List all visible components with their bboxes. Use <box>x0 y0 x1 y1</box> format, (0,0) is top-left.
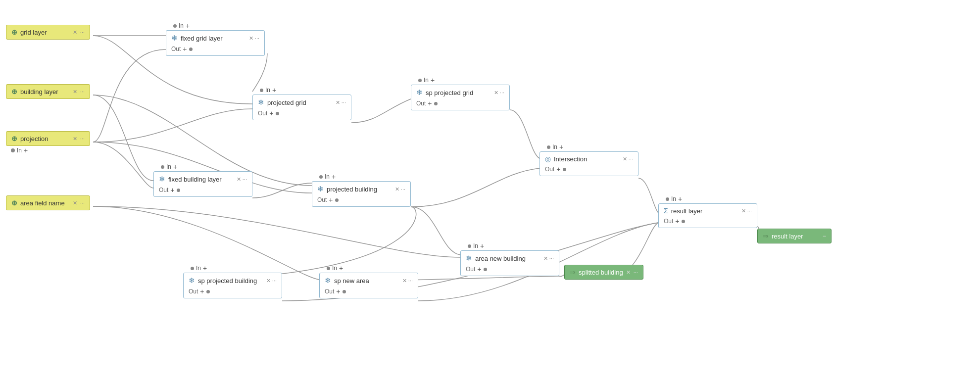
in-label: In <box>179 22 184 29</box>
out-port-dot <box>434 102 438 105</box>
more-icon[interactable]: ··· <box>549 256 554 261</box>
in-port-dot <box>547 145 550 149</box>
in-label: In <box>265 87 270 94</box>
more-icon[interactable]: ··· <box>408 278 413 284</box>
close-icon[interactable]: ✕ <box>741 208 746 214</box>
node-projected-grid: In + ❄ projected grid ✕ ··· Out + <box>252 87 351 120</box>
snowflake-icon: ❄ <box>325 276 331 285</box>
out-port-dot <box>189 48 193 51</box>
port-plus[interactable]: + <box>24 147 28 154</box>
in-label: In <box>671 195 676 202</box>
node-sp-projected-grid: In + ❄ sp projected grid ✕ ··· Out + <box>411 77 510 110</box>
port-plus[interactable]: + <box>480 242 484 249</box>
out-label: Out <box>416 100 426 107</box>
more-icon[interactable]: ··· <box>243 177 247 182</box>
more-icon[interactable]: ··· <box>634 270 638 275</box>
sigma-icon: Σ <box>664 207 668 215</box>
port-plus[interactable]: + <box>269 110 273 117</box>
more-icon[interactable]: ··· <box>500 90 504 96</box>
in-port-dot <box>191 267 194 270</box>
close-icon[interactable]: ✕ <box>395 187 399 192</box>
port-plus[interactable]: + <box>329 196 333 203</box>
in-port-dot <box>418 79 422 82</box>
out-port-dot <box>335 198 339 202</box>
connections-svg: .conn { fill: none; stroke: #999; stroke… <box>0 0 980 382</box>
port-plus[interactable]: + <box>477 266 481 273</box>
area-field-name-label: area field name <box>20 199 70 207</box>
port-plus[interactable]: + <box>339 265 343 272</box>
port-plus[interactable]: + <box>200 288 204 295</box>
close-icon[interactable]: ✕ <box>73 200 77 206</box>
snowflake-icon: ❄ <box>466 254 472 263</box>
snowflake-icon: ❄ <box>317 185 324 193</box>
port-plus[interactable]: + <box>170 187 174 193</box>
in-label: In <box>325 173 330 180</box>
minus-icon[interactable]: − <box>823 233 826 239</box>
out-label: Out <box>189 288 198 295</box>
cross-plus-icon: ⊕ <box>11 88 17 96</box>
node-intersection: In + ◎ Intersection ✕ ··· Out + <box>539 143 638 176</box>
port-plus[interactable]: + <box>431 77 435 84</box>
close-icon[interactable]: ✕ <box>494 90 498 96</box>
close-icon[interactable]: ✕ <box>626 270 631 275</box>
in-port-dot <box>666 197 669 201</box>
close-icon[interactable]: ✕ <box>237 177 241 182</box>
more-icon[interactable]: ··· <box>272 278 277 284</box>
node-projected-building: In + ❄ projected building ✕ ··· Out + <box>312 173 411 207</box>
more-icon[interactable]: ··· <box>80 89 85 95</box>
port-plus[interactable]: + <box>336 288 340 295</box>
port-plus[interactable]: + <box>332 173 336 180</box>
node-sp-projected-building: In + ❄ sp projected building ✕ ··· Out + <box>183 265 282 298</box>
close-icon[interactable]: ✕ <box>336 100 340 105</box>
more-icon[interactable]: ··· <box>747 208 752 214</box>
port-plus[interactable]: + <box>675 218 679 225</box>
area-new-building-title: area new building <box>475 255 540 262</box>
port-plus[interactable]: + <box>186 22 190 29</box>
close-icon[interactable]: ✕ <box>543 256 548 261</box>
snowflake-icon: ❄ <box>171 34 178 43</box>
close-icon[interactable]: ✕ <box>402 278 407 284</box>
node-building-layer: ⊕ building layer ✕ ··· <box>6 84 90 99</box>
close-icon[interactable]: ✕ <box>73 89 77 95</box>
node-area-new-building: In + ❄ area new building ✕ ··· Out + <box>460 242 559 276</box>
in-port-dot <box>161 165 164 169</box>
port-plus[interactable]: + <box>556 166 560 173</box>
cross-plus-icon: ⊕ <box>11 199 17 207</box>
splitted-building-label: splitted building <box>579 269 623 276</box>
out-port-dot <box>484 268 487 271</box>
close-icon[interactable]: ✕ <box>73 136 77 142</box>
building-layer-label: building layer <box>20 88 70 96</box>
close-icon[interactable]: ✕ <box>249 36 253 41</box>
more-icon[interactable]: ··· <box>342 100 346 105</box>
more-icon[interactable]: ··· <box>80 30 85 35</box>
port-plus[interactable]: + <box>428 100 432 107</box>
in-port-dot <box>468 244 471 248</box>
close-icon[interactable]: ✕ <box>73 30 77 35</box>
arrow-icon: ⇒ <box>763 232 769 240</box>
port-plus[interactable]: + <box>272 87 276 94</box>
more-icon[interactable]: ··· <box>80 200 85 206</box>
out-label: Out <box>325 288 334 295</box>
snowflake-icon: ❄ <box>416 88 423 97</box>
close-icon[interactable]: ✕ <box>623 156 627 162</box>
port-plus[interactable]: + <box>203 265 207 272</box>
in-port-dot <box>327 267 330 270</box>
more-icon[interactable]: ··· <box>401 187 405 192</box>
port-plus[interactable]: + <box>559 143 563 150</box>
node-sp-new-area: In + ❄ sp new area ✕ ··· Out + <box>319 265 418 298</box>
port-plus[interactable]: + <box>678 195 682 202</box>
close-icon[interactable]: ✕ <box>266 278 271 284</box>
out-port-dot <box>563 168 566 171</box>
more-icon[interactable]: ··· <box>255 36 259 41</box>
node-area-field-name: ⊕ area field name ✕ ··· <box>6 195 90 210</box>
port-plus[interactable]: + <box>183 46 187 52</box>
in-label: In <box>166 163 171 170</box>
out-port-dot <box>682 220 685 223</box>
more-icon[interactable]: ··· <box>629 156 633 162</box>
in-port-dot <box>260 89 263 92</box>
sp-projected-grid-title: sp projected grid <box>426 89 491 96</box>
in-label: In <box>17 147 22 154</box>
projected-building-title: projected building <box>327 186 392 193</box>
port-plus[interactable]: + <box>173 163 177 170</box>
more-icon[interactable]: ··· <box>80 136 85 142</box>
